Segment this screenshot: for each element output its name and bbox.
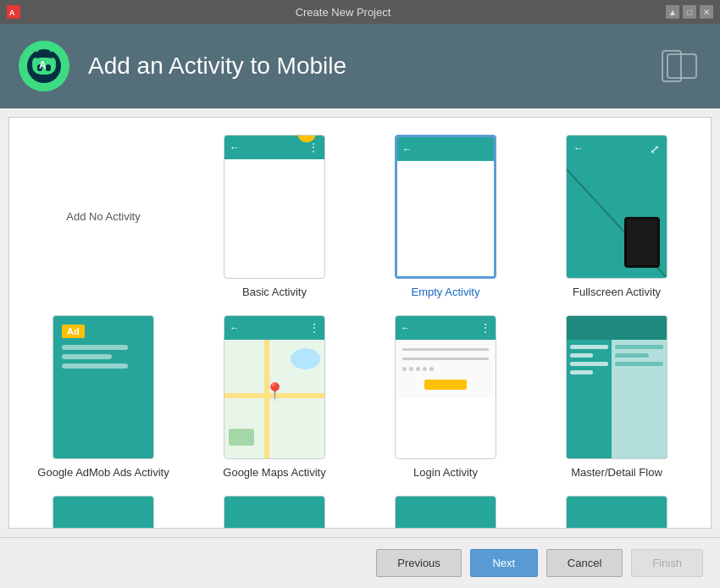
partial-preview-2 <box>224 496 325 529</box>
page-header: A Add an Activity to Mobile <box>0 24 720 108</box>
admob-preview: Ad <box>53 315 154 459</box>
maps-activity-label: Google Maps Activity <box>223 466 325 479</box>
fullscreen-activity-label: Fullscreen Activity <box>573 286 661 298</box>
svg-text:A: A <box>39 59 47 71</box>
dot-4 <box>423 367 427 371</box>
main-content: Add No Activity ← ⋮ + Basic Activity <box>0 108 720 537</box>
md-right-panel <box>612 340 667 458</box>
admob-activity-label: Google AdMob Ads Activity <box>37 466 169 479</box>
partial-row <box>26 496 694 529</box>
map-pin: 📍 <box>264 381 285 402</box>
map-green <box>229 429 254 446</box>
activity-item-login[interactable]: ← ⋮ <box>368 315 523 479</box>
login-btn <box>424 380 467 390</box>
masterdetail-activity-label: Master/Detail Flow <box>571 466 662 479</box>
window-controls: ▲ □ ✕ <box>666 5 713 19</box>
activity-item-basic[interactable]: ← ⋮ + Basic Activity <box>197 135 352 298</box>
login-field-2 <box>402 358 489 360</box>
next-button[interactable]: Next <box>470 549 538 577</box>
login-back-icon: ← <box>401 322 411 334</box>
partial-item-1 <box>26 496 180 529</box>
activity-item-masterdetail[interactable]: Master/Detail Flow <box>540 315 694 479</box>
masterdetail-preview <box>566 315 667 459</box>
maps-preview: ← ⋮ 📍 <box>224 315 325 459</box>
partial-preview-3 <box>395 496 496 529</box>
login-activity-label: Login Activity <box>413 466 478 479</box>
device-icon <box>661 49 703 83</box>
activity-item-no-activity[interactable]: Add No Activity <box>26 135 180 298</box>
map-background: 📍 <box>224 340 324 458</box>
md-top-bar <box>567 316 667 340</box>
md-left-line-2 <box>570 353 593 358</box>
activity-item-fullscreen[interactable]: ← ⤢ Fullscreen Activity <box>540 135 694 298</box>
md-body <box>567 340 667 458</box>
login-top-bar: ← ⋮ <box>396 316 496 340</box>
empty-back-arrow-icon: ← <box>402 143 413 155</box>
activity-item-maps[interactable]: ← ⋮ 📍 <box>197 315 352 479</box>
android-studio-logo: A <box>17 39 71 93</box>
md-right-line-3 <box>615 362 663 366</box>
maps-back-icon: ← <box>230 322 240 334</box>
activity-grid: Add No Activity ← ⋮ + Basic Activity <box>26 135 694 479</box>
empty-activity-label: Empty Activity <box>412 286 480 298</box>
svg-rect-12 <box>662 51 681 81</box>
fullscreen-preview: ← ⤢ <box>566 135 667 279</box>
activity-grid-container[interactable]: Add No Activity ← ⋮ + Basic Activity <box>8 117 712 529</box>
back-arrow-icon: ← <box>230 141 240 153</box>
empty-activity-preview: ← <box>395 135 496 279</box>
dot-3 <box>416 367 420 371</box>
phone-outline <box>624 217 660 268</box>
login-dots <box>402 367 489 371</box>
empty-phone-body <box>397 161 494 276</box>
md-right-line-2 <box>615 353 649 358</box>
finish-button: Finish <box>631 549 703 577</box>
login-field-1 <box>402 348 489 351</box>
md-left-line-3 <box>570 362 608 366</box>
partial-preview-4 <box>566 496 667 529</box>
admob-line-1 <box>62 345 128 350</box>
svg-text:A: A <box>9 8 15 17</box>
bottom-bar: Previous Next Cancel Finish <box>0 537 720 588</box>
fullscreen-bg: ← ⤢ <box>567 136 667 278</box>
maps-top-bar: ← ⋮ <box>224 316 324 340</box>
app-icon: A <box>7 5 20 19</box>
menu-dots-icon: ⋮ <box>308 141 319 153</box>
md-left-line-1 <box>570 345 608 349</box>
map-water <box>291 348 320 369</box>
activity-item-empty[interactable]: ← Empty Activity <box>368 135 523 298</box>
empty-phone-top-bar: ← <box>397 137 494 161</box>
partial-item-2 <box>197 496 352 529</box>
md-right-line-1 <box>615 345 663 349</box>
cancel-button[interactable]: Cancel <box>546 549 623 577</box>
dot-5 <box>429 367 434 371</box>
minimize-button[interactable]: ▲ <box>666 5 679 19</box>
title-bar: A Create New Project ▲ □ ✕ <box>0 0 720 24</box>
admob-line-3 <box>62 363 128 369</box>
previous-button[interactable]: Previous <box>376 549 462 577</box>
basic-activity-preview: ← ⋮ + <box>224 135 325 279</box>
login-body <box>396 340 496 398</box>
svg-rect-8 <box>46 64 51 71</box>
maps-menu-icon: ⋮ <box>309 322 319 334</box>
login-menu-icon: ⋮ <box>480 322 490 334</box>
login-preview: ← ⋮ <box>395 315 496 459</box>
partial-preview-1 <box>53 496 154 529</box>
dot-1 <box>402 367 407 371</box>
admob-content: Ad <box>62 325 145 373</box>
partial-item-4 <box>540 496 694 529</box>
md-left-line-4 <box>570 370 593 374</box>
maps-body: 📍 <box>224 340 324 458</box>
dot-2 <box>409 367 413 371</box>
activity-item-admob[interactable]: Ad Google AdMob Ads Activity <box>26 315 180 479</box>
page-title: Add an Activity to Mobile <box>88 53 661 80</box>
admob-line-2 <box>62 354 112 359</box>
basic-activity-label: Basic Activity <box>242 286 307 298</box>
no-activity-label: Add No Activity <box>66 210 140 223</box>
md-left-panel <box>567 340 612 458</box>
no-activity-box: Add No Activity <box>53 145 154 289</box>
admob-badge: Ad <box>62 325 85 338</box>
maximize-button[interactable]: □ <box>683 5 696 19</box>
partial-item-3 <box>368 496 523 529</box>
window-title: Create New Project <box>20 6 666 19</box>
close-button[interactable]: ✕ <box>700 5 713 19</box>
